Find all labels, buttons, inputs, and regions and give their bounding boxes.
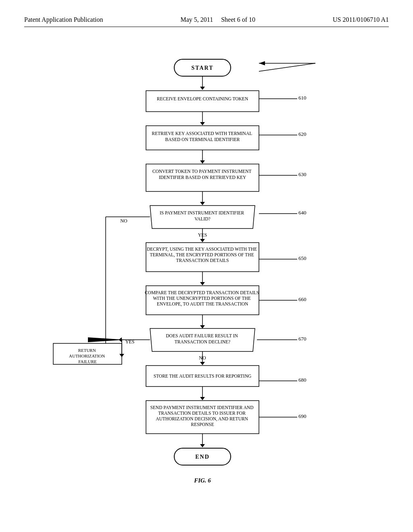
label-660: 660 (298, 296, 307, 302)
header-center: May 5, 2011 Sheet 6 of 10 (180, 16, 255, 23)
page: Patent Application Publication May 5, 20… (0, 0, 413, 532)
svg-marker-36 (200, 397, 205, 400)
page-header: Patent Application Publication May 5, 20… (24, 16, 389, 27)
header-left: Patent Application Publication (24, 16, 103, 23)
figure-caption: FIG. 6 (194, 477, 211, 484)
svg-marker-20 (200, 239, 205, 242)
svg-marker-8 (200, 122, 205, 125)
header-sheet: Sheet 6 of 10 (221, 16, 255, 23)
svg-marker-28 (200, 325, 205, 328)
label-670: 670 (298, 336, 307, 342)
flowchart-diagram: START 610 RECEIVE ENVELOPE CONTAINING TO… (33, 39, 380, 507)
box-680-text: STORE THE AUDIT RESULTS FOR REPORTING (154, 374, 252, 378)
no-640: NO (120, 218, 127, 224)
label-630: 630 (298, 171, 307, 177)
box-610-text: RECEIVE ENVELOPE CONTAINING TOKEN (157, 96, 248, 101)
svg-marker-12 (200, 160, 205, 164)
start-label: START (191, 65, 213, 71)
svg-marker-40 (200, 444, 205, 447)
label-690: 690 (298, 413, 307, 419)
header-right: US 2011/0106710 A1 (333, 16, 389, 23)
header-date: May 5, 2011 (180, 16, 213, 23)
svg-line-0 (259, 63, 315, 71)
label-640: 640 (298, 210, 307, 216)
label-620: 620 (298, 131, 307, 137)
label-680: 680 (298, 377, 307, 383)
svg-marker-4 (200, 87, 205, 90)
box-660-text: COMPARE THE DECRYPTED TRANSACTION DETAIL… (145, 290, 260, 307)
svg-rect-6 (146, 91, 259, 112)
svg-marker-16 (200, 202, 205, 205)
svg-marker-24 (200, 282, 205, 285)
label-650: 650 (298, 255, 307, 261)
end-label: END (195, 454, 210, 460)
label-610: 610 (298, 95, 307, 101)
svg-marker-50 (88, 337, 125, 342)
svg-marker-32 (200, 362, 205, 365)
